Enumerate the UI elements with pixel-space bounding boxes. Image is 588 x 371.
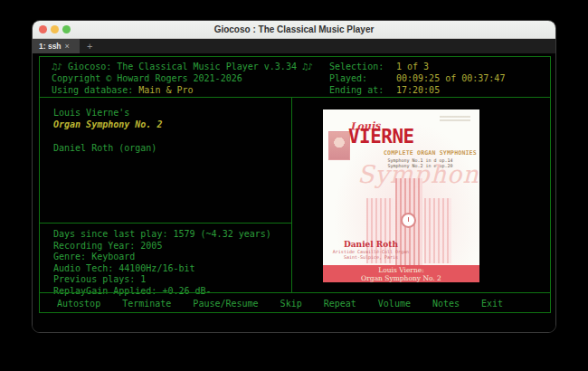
menu-item[interactable]: Skip bbox=[280, 298, 302, 312]
performer-line: Daniel Roth (organ) bbox=[53, 142, 291, 154]
main-panel: Louis Vierne's Organ Symphony No. 2 Dani… bbox=[39, 97, 551, 293]
menu-item[interactable]: Volume bbox=[378, 298, 411, 312]
album-banner-line1: Louis Vierne: bbox=[323, 266, 479, 274]
stat-line: Days since last play: 1579 (~4.32 years) bbox=[53, 229, 291, 241]
database-line: Using database: Main & Pro bbox=[52, 84, 313, 96]
database-value: Main & Pro bbox=[138, 85, 193, 95]
copyright-line: Copyright © Howard Rogers 2021-2026 bbox=[52, 72, 313, 84]
stat-line: Previous plays: 1 bbox=[53, 274, 291, 286]
stat-line: Audio Tech: 44100Hz/16-bit bbox=[53, 263, 291, 275]
organ-clock bbox=[401, 213, 416, 228]
ending-value: 17:20:05 bbox=[396, 85, 440, 95]
terminal-screen[interactable]: ♫♪ Giocoso: The Classical Music Player v… bbox=[33, 53, 555, 332]
header-right: Selection:1 of 3 Played:00:09:25 of 00:3… bbox=[329, 61, 505, 96]
menu-item[interactable]: Repeat bbox=[324, 298, 356, 312]
selection-row: Selection:1 of 3 bbox=[329, 61, 505, 72]
album-art: Louis VIERNE COMPLETE ORGAN SYMPHONIES S… bbox=[323, 109, 479, 282]
menu-item[interactable]: Autostop bbox=[57, 298, 100, 312]
album-subtitle: COMPLETE ORGAN SYMPHONIES bbox=[384, 149, 477, 157]
work-title: Organ Symphony No. 2 bbox=[53, 119, 291, 130]
tab-bar: 1: ssh × + bbox=[33, 39, 555, 53]
now-playing-column: Louis Vierne's Organ Symphony No. 2 Dani… bbox=[40, 98, 292, 292]
menu-item[interactable]: Pause/Resume bbox=[193, 298, 258, 312]
ending-row: Ending at:17:20:05 bbox=[329, 84, 505, 96]
selection-value: 1 of 3 bbox=[396, 62, 429, 71]
album-banner: Louis Vierne: Organ Symphony No. 2 bbox=[323, 265, 479, 282]
album-performer-sub2: Saint-Sulpice, Paris bbox=[323, 254, 419, 260]
window-title: Giocoso : The Classical Music Player bbox=[33, 21, 555, 39]
stat-line: Genre: Keyboard bbox=[53, 252, 291, 263]
tab-label: 1: ssh bbox=[39, 42, 62, 51]
played-value: 00:09:25 of 00:37:47 bbox=[396, 73, 505, 83]
tab-ssh[interactable]: 1: ssh × bbox=[33, 39, 80, 53]
new-tab-button[interactable]: + bbox=[80, 39, 100, 53]
album-performer-block: Daniel Roth Aristide Cavaillé-Coll Organ… bbox=[323, 240, 419, 260]
menu-item[interactable]: Exit bbox=[481, 298, 503, 312]
tab-close-icon[interactable]: × bbox=[65, 42, 70, 51]
album-performer: Daniel Roth bbox=[323, 240, 419, 249]
play-stats: Days since last play: 1579 (~4.32 years)… bbox=[40, 224, 291, 297]
menu-item[interactable]: Terminate bbox=[122, 298, 171, 312]
header-left: ♫♪ Giocoso: The Classical Music Player v… bbox=[52, 61, 313, 96]
window-titlebar[interactable]: Giocoso : The Classical Music Player bbox=[33, 21, 555, 39]
app-banner: ♫♪ Giocoso: The Classical Music Player v… bbox=[52, 61, 313, 72]
organ-pipes-right bbox=[424, 198, 451, 263]
album-banner-line2: Organ Symphony No. 2 bbox=[323, 274, 479, 282]
album-artist-last-name: VIERNE bbox=[348, 126, 414, 147]
catalog-marks bbox=[440, 116, 470, 121]
menu-item[interactable]: Notes bbox=[432, 298, 460, 312]
header-panel: ♫♪ Giocoso: The Classical Music Player v… bbox=[39, 56, 551, 98]
now-playing-info: Louis Vierne's Organ Symphony No. 2 Dani… bbox=[40, 98, 291, 224]
stat-line: Recording Year: 2005 bbox=[53, 241, 291, 252]
played-row: Played:00:09:25 of 00:37:47 bbox=[329, 72, 505, 84]
terminal-window: Giocoso : The Classical Music Player 1: … bbox=[32, 20, 556, 333]
menu-bar: AutostopTerminatePause/ResumeSkipRepeatV… bbox=[39, 292, 551, 313]
composer-portrait bbox=[328, 131, 350, 160]
composer-line: Louis Vierne's bbox=[53, 107, 291, 119]
